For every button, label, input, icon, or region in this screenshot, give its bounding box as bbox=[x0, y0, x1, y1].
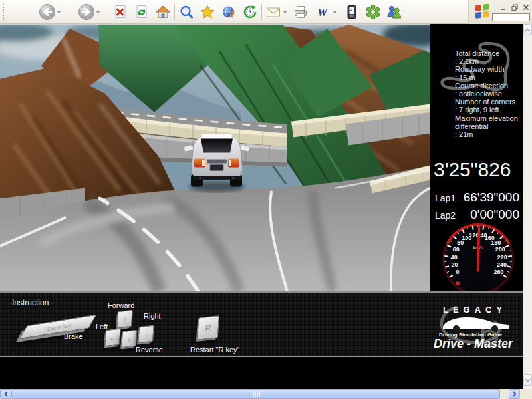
speedometer: 020406080100120140160180200220240260km/h bbox=[434, 221, 522, 291]
browser-window: W * bbox=[0, 0, 532, 399]
svg-text:*: * bbox=[350, 8, 352, 14]
scrollbar-corner bbox=[520, 389, 532, 399]
lap1-label: Lap1 bbox=[435, 193, 456, 203]
home-icon bbox=[155, 4, 171, 20]
lap-times: Lap1 66'39"000 Lap2 0'00"000 bbox=[435, 190, 519, 225]
mobile-device-button[interactable]: * bbox=[343, 3, 360, 21]
game-viewport[interactable] bbox=[0, 24, 430, 291]
right-arrow-icon: → bbox=[142, 330, 150, 338]
search-icon bbox=[178, 4, 194, 20]
vertical-scrollbar[interactable] bbox=[523, 24, 532, 389]
mail-dropdown[interactable] bbox=[282, 3, 288, 21]
scroll-left-button[interactable] bbox=[0, 389, 11, 399]
icq-flower-icon bbox=[365, 4, 381, 20]
up-arrow-icon: ↑ bbox=[122, 315, 126, 323]
space-key-label: Space key bbox=[43, 321, 72, 332]
favorites-button[interactable] bbox=[199, 3, 216, 21]
r-key-illustration: R bbox=[197, 315, 219, 340]
refresh-icon bbox=[134, 4, 150, 20]
word-icon: W bbox=[315, 4, 331, 20]
refresh-button[interactable] bbox=[133, 3, 150, 21]
history-button[interactable] bbox=[241, 3, 259, 21]
toolbar-grip-handle[interactable] bbox=[2, 3, 5, 21]
driving-scene bbox=[0, 25, 430, 291]
logo-car-silhouette bbox=[438, 313, 512, 332]
chevron-down-icon bbox=[283, 10, 287, 14]
brake-label: Brake bbox=[64, 332, 83, 340]
mail-button[interactable] bbox=[265, 3, 282, 21]
chevron-down-icon bbox=[332, 10, 337, 14]
stop-button[interactable] bbox=[112, 3, 129, 21]
edit-dropdown[interactable] bbox=[332, 3, 338, 21]
r-key-label: R bbox=[205, 323, 211, 332]
right-arrow-key: → bbox=[138, 325, 154, 344]
restore-button[interactable] bbox=[511, 4, 518, 11]
toolbar-separator bbox=[174, 4, 175, 20]
svg-text:200: 200 bbox=[495, 246, 505, 253]
svg-text:240: 240 bbox=[497, 261, 507, 268]
forward-dropdown[interactable] bbox=[95, 3, 101, 21]
close-button[interactable] bbox=[522, 4, 529, 11]
horizontal-scrollbar[interactable] bbox=[0, 389, 532, 399]
svg-text:40: 40 bbox=[451, 254, 458, 261]
windows-logo-icon bbox=[474, 2, 490, 22]
space-key-illustration: Space key bbox=[19, 315, 96, 340]
history-clock-icon bbox=[242, 4, 258, 20]
svg-text:220: 220 bbox=[497, 254, 507, 261]
messenger-button[interactable] bbox=[386, 3, 403, 21]
restart-label: Restart "R key" bbox=[190, 346, 239, 354]
svg-text:20: 20 bbox=[451, 261, 458, 268]
scroll-up-button[interactable] bbox=[523, 24, 532, 35]
lap-row: Lap1 66'39"000 bbox=[435, 190, 519, 205]
minimize-button[interactable] bbox=[499, 4, 507, 11]
search-button[interactable] bbox=[178, 3, 195, 21]
lap1-time: 66'39"000 bbox=[464, 190, 519, 205]
forward-icon bbox=[78, 3, 95, 21]
lap2-label: Lap2 bbox=[435, 210, 456, 221]
progress-strip bbox=[492, 13, 530, 21]
forward-button[interactable] bbox=[78, 3, 95, 21]
left-arrow-key: ← bbox=[104, 329, 121, 347]
back-button[interactable] bbox=[39, 3, 56, 21]
chevron-down-icon bbox=[57, 10, 61, 14]
right-label: Right bbox=[144, 312, 161, 320]
logo-title: Drive - Master bbox=[434, 337, 513, 351]
horizontal-scroll-thumb[interactable] bbox=[11, 389, 500, 399]
legacy-logo: LEGACY Driving Simulation Game Drive - M… bbox=[431, 297, 519, 352]
toolbar-separator bbox=[261, 4, 262, 20]
scroll-down-button[interactable] bbox=[523, 374, 532, 386]
stop-icon bbox=[112, 4, 128, 20]
back-dropdown[interactable] bbox=[56, 3, 62, 21]
horizontal-scroll-track[interactable] bbox=[500, 389, 509, 399]
race-info-panel: Total distance : 2.1km Roadway width : 1… bbox=[430, 24, 523, 291]
svg-text:180: 180 bbox=[491, 239, 501, 246]
chevron-right-icon bbox=[513, 391, 517, 397]
chevron-down-icon bbox=[525, 378, 531, 382]
svg-text:W: W bbox=[317, 6, 329, 19]
svg-text:260: 260 bbox=[493, 269, 503, 275]
course-info-text: Total distance : 2.1km Roadway width : 1… bbox=[455, 49, 518, 138]
star-icon bbox=[200, 4, 215, 20]
print-button[interactable] bbox=[292, 3, 309, 21]
icq-button[interactable] bbox=[364, 3, 382, 21]
window-control-area bbox=[468, 0, 532, 24]
instruction-title: -Instruction - bbox=[9, 298, 54, 307]
speedometer-gauge: 020406080100120140160180200220240260km/h bbox=[434, 221, 522, 291]
printer-icon bbox=[293, 4, 309, 20]
chevron-up-icon bbox=[525, 28, 531, 32]
scroll-right-button[interactable] bbox=[509, 389, 520, 399]
chevron-down-icon bbox=[96, 10, 100, 14]
mail-icon bbox=[265, 4, 282, 20]
forward-label: Forward bbox=[108, 301, 134, 309]
svg-text:0: 0 bbox=[456, 269, 460, 275]
left-arrow-icon: ← bbox=[109, 333, 117, 342]
messenger-people-icon bbox=[386, 4, 403, 20]
lap-row: Lap2 0'00"000 bbox=[435, 207, 519, 222]
media-button[interactable] bbox=[220, 3, 237, 21]
chevron-left-icon bbox=[4, 391, 8, 397]
home-button[interactable] bbox=[154, 3, 172, 21]
edit-with-word-button[interactable]: W bbox=[315, 3, 332, 21]
vertical-scroll-track[interactable] bbox=[523, 35, 532, 374]
reverse-label: Reverse bbox=[136, 346, 163, 354]
minimize-icon bbox=[500, 4, 507, 11]
